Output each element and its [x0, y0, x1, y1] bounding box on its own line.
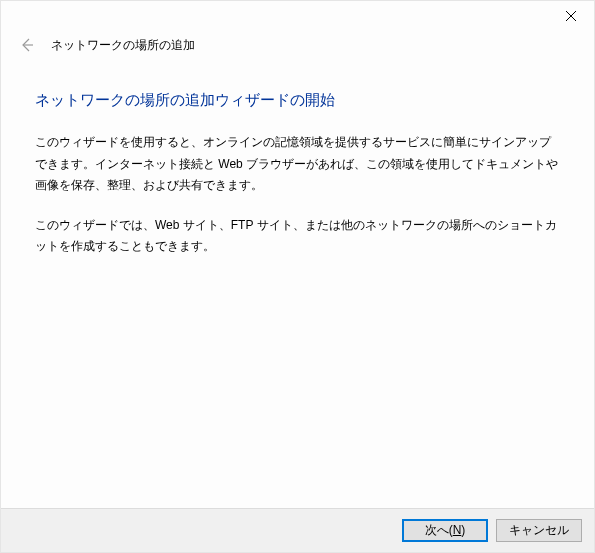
header-row: ネットワークの場所の追加: [1, 33, 594, 67]
back-arrow-icon: [19, 37, 35, 53]
content-area: ネットワークの場所の追加ウィザードの開始 このウィザードを使用すると、オンライン…: [1, 67, 594, 508]
back-button[interactable]: [13, 31, 41, 59]
next-button[interactable]: 次へ(N): [402, 519, 488, 542]
close-button[interactable]: [548, 1, 594, 31]
close-icon: [566, 11, 576, 21]
window-title: ネットワークの場所の追加: [51, 37, 195, 54]
intro-paragraph-2: このウィザードでは、Web サイト、FTP サイト、または他のネットワークの場所…: [35, 215, 560, 258]
cancel-button[interactable]: キャンセル: [496, 519, 582, 542]
next-button-label: 次へ(N): [425, 522, 466, 539]
footer: 次へ(N) キャンセル: [1, 508, 594, 552]
titlebar: [1, 1, 594, 33]
intro-paragraph-1: このウィザードを使用すると、オンラインの記憶領域を提供するサービスに簡単にサイン…: [35, 132, 560, 197]
cancel-button-label: キャンセル: [509, 522, 569, 539]
wizard-heading: ネットワークの場所の追加ウィザードの開始: [35, 91, 560, 110]
wizard-window: ネットワークの場所の追加 ネットワークの場所の追加ウィザードの開始 このウィザー…: [0, 0, 595, 553]
